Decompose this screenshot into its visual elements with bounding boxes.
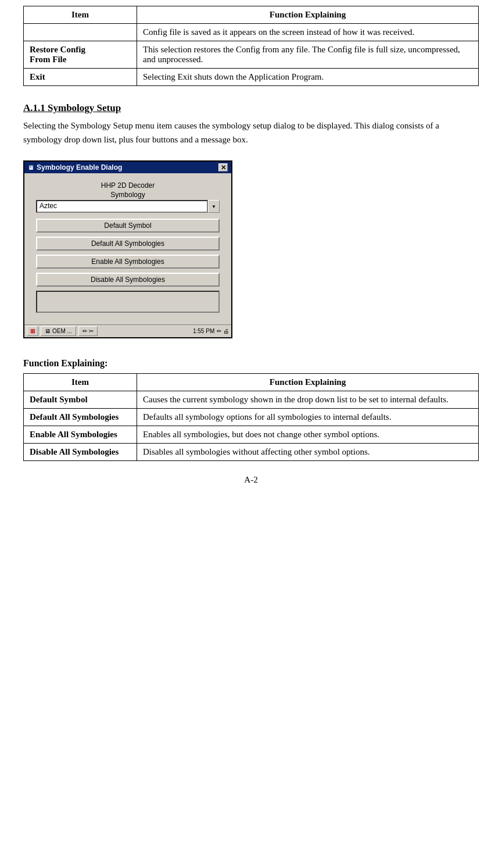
windows-logo-icon: ⊞ [30, 328, 35, 334]
table-row: Default Symbol Causes the current symbol… [24, 391, 479, 409]
default-all-symbologies-button[interactable]: Default All Symbologies [36, 237, 220, 251]
enable-all-symbologies-button[interactable]: Enable All Symbologies [36, 255, 220, 269]
dialog-titlebar: 🖥 Symbology Enable Dialog ✕ [24, 162, 231, 173]
table-cell-function: Disables all symbologies without affecti… [137, 444, 479, 461]
taskbar-extra-button[interactable]: ✏ ✂ [78, 326, 98, 336]
dialog-label-hhp: HHP 2D Decoder [36, 181, 220, 190]
taskbar-start-button[interactable]: ⊞ [27, 326, 38, 336]
taskbar-icons: ✏ 🖨 [217, 328, 229, 334]
bottom-table-header-function: Function Explaining [137, 374, 479, 391]
table-cell-function: Defaults all symbology options for all s… [137, 409, 479, 426]
dialog-titlebar-text: 🖥 Symbology Enable Dialog [28, 163, 122, 172]
table-cell-function: Config file is saved as it appears on th… [137, 24, 479, 41]
dialog-dropdown[interactable]: Aztec [36, 200, 208, 213]
table-cell-item: Exit [24, 69, 137, 86]
top-table-header-function: Function Explaining [137, 6, 479, 24]
disable-all-symbologies-button[interactable]: Disable All Symbologies [36, 273, 220, 287]
table-row: Restore Config From File This selection … [24, 41, 479, 69]
dialog-dropdown-arrow[interactable]: ▼ [208, 200, 220, 213]
table-row: Enable All Symbologies Enables all symbo… [24, 426, 479, 444]
scissors-icon: ✂ [89, 328, 94, 334]
table-row: Config file is saved as it appears on th… [24, 24, 479, 41]
dialog-screenshot: 🖥 Symbology Enable Dialog ✕ HHP 2D Decod… [23, 160, 232, 338]
table-cell-function: Causes the current symbology shown in th… [137, 391, 479, 409]
dialog-body: HHP 2D Decoder Symbology Aztec ▼ Default… [24, 173, 231, 324]
taskbar-time: 1:55 PM ✏ 🖨 [193, 328, 229, 334]
function-explaining-heading: Function Explaining: [23, 358, 479, 369]
page-footer: A-2 [23, 475, 479, 485]
section-heading: A.1.1 Symbology Setup [23, 102, 479, 114]
default-symbol-button[interactable]: Default Symbol [36, 219, 220, 233]
dialog-dropdown-row: Aztec ▼ [36, 200, 220, 213]
table-cell-item: Disable All Symbologies [24, 444, 137, 461]
dialog-label-symbology: Symbology [36, 191, 220, 199]
table-cell-function: Selecting Exit shuts down the Applicatio… [137, 69, 479, 86]
bottom-table: Item Function Explaining Default Symbol … [23, 373, 479, 461]
time-display: 1:55 PM [193, 328, 214, 334]
dialog-title: Symbology Enable Dialog [37, 163, 122, 172]
table-cell-item [24, 24, 137, 41]
table-row: Exit Selecting Exit shuts down the Appli… [24, 69, 479, 86]
table-cell-item: Enable All Symbologies [24, 426, 137, 444]
top-table-header-item: Item [24, 6, 137, 24]
table-row: Disable All Symbologies Disables all sym… [24, 444, 479, 461]
table-cell-function: This selection restores the Config from … [137, 41, 479, 69]
table-cell-item: Default Symbol [24, 391, 137, 409]
oem-icon: 🖥 [45, 328, 51, 334]
bottom-table-header-item: Item [24, 374, 137, 391]
taskbar-oem-button[interactable]: 🖥 OEM ... [41, 326, 76, 336]
top-table: Item Function Explaining Config file is … [23, 6, 479, 86]
dialog-icon: 🖥 [28, 165, 34, 171]
pencil-icon: ✏ [83, 328, 87, 334]
table-cell-item: Restore Config From File [24, 41, 137, 69]
dialog-taskbar: ⊞ 🖥 OEM ... ✏ ✂ 1:55 PM ✏ 🖨 [24, 324, 231, 337]
table-cell-item: Default All Symbologies [24, 409, 137, 426]
dialog-message-box [36, 291, 220, 313]
oem-label: OEM ... [52, 328, 72, 334]
table-row: Default All Symbologies Defaults all sym… [24, 409, 479, 426]
section-paragraph: Selecting the Symbology Setup menu item … [23, 119, 479, 147]
dialog-close-button[interactable]: ✕ [218, 163, 228, 172]
table-cell-function: Enables all symbologies, but does not ch… [137, 426, 479, 444]
